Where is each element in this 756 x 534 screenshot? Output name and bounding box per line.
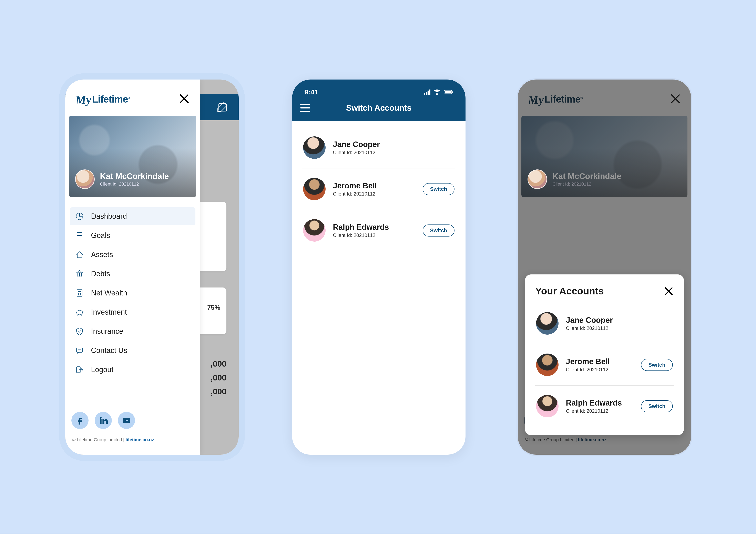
- switch-button[interactable]: Switch: [423, 224, 454, 237]
- nav-investment[interactable]: Investment: [70, 303, 196, 321]
- nav-net-wealth[interactable]: Net Wealth: [70, 284, 196, 302]
- your-accounts-modal: Your Accounts Jane Cooper Client Id: 202…: [525, 274, 684, 435]
- account-row[interactable]: Ralph Edwards Client Id: 20210112 Switch: [535, 386, 674, 427]
- nav-label: Goals: [91, 231, 110, 240]
- account-row[interactable]: Ralph Edwards Client Id: 20210112 Switch: [302, 210, 455, 251]
- close-icon[interactable]: [179, 93, 190, 104]
- avatar: [75, 169, 94, 189]
- nav-label: Investment: [91, 308, 127, 317]
- nav-drawer: My Lifetime® Kat McCorkindale Client Id:…: [65, 80, 200, 455]
- close-icon[interactable]: [664, 286, 674, 296]
- nav-label: Logout: [91, 366, 113, 374]
- avatar: [536, 395, 558, 418]
- figure-row: ,000: [210, 357, 227, 371]
- nav-dashboard[interactable]: Dashboard: [70, 207, 196, 225]
- account-name: Jane Cooper: [333, 140, 454, 149]
- nav-label: Debts: [91, 269, 110, 278]
- account-client-id: Client Id: 20210112: [566, 325, 673, 331]
- nav-label: Net Wealth: [91, 289, 127, 297]
- figure-row: ,000: [210, 385, 227, 398]
- battery-icon: [444, 89, 453, 95]
- edit-icon[interactable]: [216, 101, 229, 113]
- nav-contact[interactable]: Contact Us: [70, 342, 196, 360]
- canvas: 75% ,000 ,000 ,000 My Lifetime® Kat McC: [0, 0, 756, 534]
- nav-assets[interactable]: Assets: [70, 246, 196, 264]
- avatar: [303, 137, 326, 159]
- account-row[interactable]: Jerome Bell Client Id: 20210112 Switch: [535, 344, 674, 386]
- home-icon: [75, 250, 84, 259]
- nav-debts[interactable]: Debts: [70, 265, 196, 283]
- shield-icon: [75, 327, 84, 336]
- avatar: [303, 219, 326, 242]
- phone-accounts-modal: My Lifetime® Kat McCorkindale Client Id:…: [518, 80, 691, 455]
- linkedin-icon: [99, 416, 108, 425]
- account-client-id: Client Id: 20210112: [333, 191, 415, 197]
- pie-chart-icon: [75, 212, 84, 221]
- app-logo: My Lifetime®: [75, 92, 130, 105]
- flag-icon: [75, 231, 84, 240]
- switch-button[interactable]: Switch: [641, 400, 673, 412]
- logout-icon: [75, 365, 84, 374]
- account-client-id: Client Id: 20210112: [333, 232, 415, 238]
- nav-insurance[interactable]: Insurance: [70, 322, 196, 340]
- dashboard-figures: ,000 ,000 ,000: [210, 357, 227, 398]
- piggy-bank-icon: [75, 308, 84, 317]
- switch-button[interactable]: Switch: [423, 183, 454, 195]
- nav-list: Dashboard Goals Assets Debts Net Wealth: [65, 203, 200, 379]
- wifi-icon: [433, 89, 441, 95]
- logo-my: My: [75, 92, 92, 107]
- phone-switch-accounts: 9:41 Switch Accounts Jane Cooper Client …: [292, 80, 466, 455]
- account-name: Ralph Edwards: [566, 399, 634, 407]
- modal-title: Your Accounts: [535, 286, 604, 297]
- nav-label: Contact Us: [91, 346, 127, 355]
- account-client-id: Client Id: 20210112: [566, 408, 634, 414]
- bank-icon: [75, 269, 84, 278]
- phone-drawer: 75% ,000 ,000 ,000 My Lifetime® Kat McC: [65, 80, 239, 455]
- account-row[interactable]: Jane Cooper Client Id: 20210112: [302, 127, 455, 168]
- dashboard-progress-value: 75%: [207, 304, 220, 311]
- account-name: Jerome Bell: [333, 182, 415, 190]
- user-client-id: Client Id: 20210112: [100, 182, 169, 187]
- ios-status-bar: 9:41: [292, 82, 466, 98]
- nav-logout[interactable]: Logout: [70, 361, 196, 379]
- account-name: Jane Cooper: [566, 316, 673, 325]
- figure-row: ,000: [210, 371, 227, 385]
- avatar: [527, 169, 547, 189]
- status-icons: [424, 89, 453, 95]
- nav-label: Insurance: [91, 327, 123, 336]
- linkedin-link[interactable]: [94, 412, 112, 429]
- modal-header: Your Accounts: [535, 286, 674, 297]
- user-identity[interactable]: Kat McCorkindale Client Id: 20210112: [75, 169, 169, 189]
- cellular-signal-icon: [424, 89, 431, 95]
- social-links: [65, 404, 200, 431]
- chat-icon: [75, 346, 84, 355]
- account-client-id: Client Id: 20210112: [333, 150, 454, 155]
- avatar: [536, 354, 558, 376]
- app-header: 9:41 Switch Accounts: [292, 80, 466, 121]
- account-row[interactable]: Jane Cooper Client Id: 20210112: [535, 303, 674, 344]
- user-name: Kat McCorkindale: [100, 172, 169, 181]
- header-title-row: Switch Accounts: [292, 98, 466, 121]
- nav-label: Dashboard: [91, 212, 127, 221]
- drawer-header: My Lifetime®: [65, 80, 200, 112]
- user-hero-banner: Kat McCorkindale Client Id: 20210112: [69, 115, 196, 197]
- avatar: [536, 312, 558, 335]
- copyright: © Lifetime Group Limited |: [72, 437, 126, 442]
- account-client-id: Client Id: 20210112: [566, 367, 634, 372]
- switch-button[interactable]: Switch: [641, 359, 673, 371]
- footer-link[interactable]: lifetime.co.nz: [126, 437, 154, 442]
- account-name: Ralph Edwards: [333, 223, 415, 232]
- avatar: [303, 178, 326, 200]
- page-title: Switch Accounts: [292, 103, 466, 113]
- youtube-icon: [122, 416, 131, 425]
- logo-lifetime: Lifetime®: [92, 93, 130, 105]
- facebook-link[interactable]: [71, 412, 89, 429]
- account-name: Jerome Bell: [566, 357, 634, 366]
- account-row[interactable]: Jerome Bell Client Id: 20210112 Switch: [302, 168, 455, 210]
- nav-goals[interactable]: Goals: [70, 226, 196, 244]
- drawer-footer: © Lifetime Group Limited | lifetime.co.n…: [65, 431, 200, 455]
- youtube-link[interactable]: [118, 412, 135, 429]
- nav-label: Assets: [91, 250, 113, 259]
- accounts-list: Jane Cooper Client Id: 20210112 Jerome B…: [292, 121, 466, 257]
- calculator-icon: [75, 289, 84, 297]
